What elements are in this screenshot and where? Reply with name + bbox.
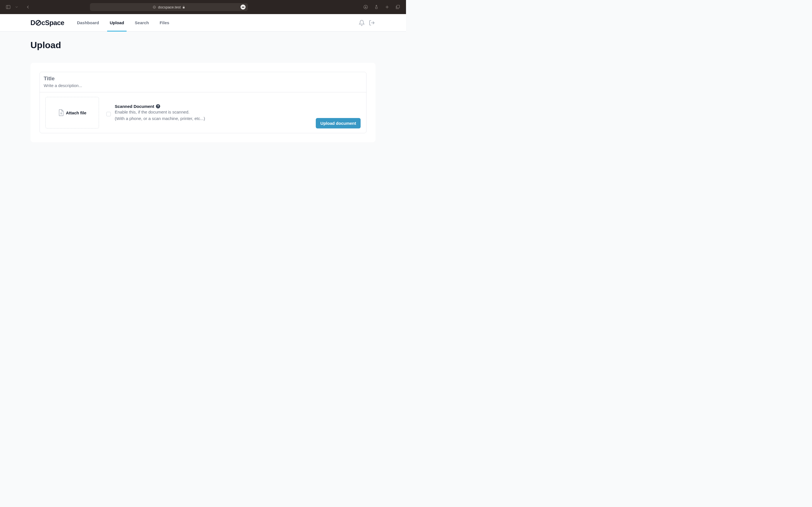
help-icon[interactable]: ? xyxy=(156,104,160,108)
nav-item-search[interactable]: Search xyxy=(130,14,154,31)
description-input[interactable] xyxy=(44,83,362,88)
nav-label: Search xyxy=(135,20,149,25)
page-content: Upload Attach file xyxy=(0,32,406,151)
nav-label: Files xyxy=(160,20,169,25)
page-title: Upload xyxy=(31,40,375,50)
scanned-title: Scanned Document ? xyxy=(115,104,205,109)
more-icon[interactable]: ••• xyxy=(241,4,246,10)
svg-rect-0 xyxy=(6,5,10,9)
logo-o-icon xyxy=(36,20,41,25)
logout-icon[interactable] xyxy=(369,20,375,26)
url-bar[interactable]: docspace.test ••• xyxy=(90,3,248,11)
tabs-icon[interactable] xyxy=(395,4,400,10)
logo[interactable]: D cSpace xyxy=(31,19,64,27)
svg-rect-11 xyxy=(397,5,400,8)
scanned-title-text: Scanned Document xyxy=(115,104,154,109)
nav-label: Upload xyxy=(110,20,124,25)
logo-text-right: cSpace xyxy=(42,19,64,27)
share-icon[interactable] xyxy=(374,4,379,10)
scanned-desc-line1: Enable this, if the document is scanned. xyxy=(115,109,205,115)
upload-document-button[interactable]: Upload document xyxy=(316,118,361,128)
main-nav: Dashboard Upload Search Files xyxy=(71,14,174,31)
lock-icon xyxy=(182,6,185,9)
nav-item-dashboard[interactable]: Dashboard xyxy=(71,14,104,31)
title-input[interactable] xyxy=(44,75,362,82)
svg-rect-5 xyxy=(183,7,185,8)
browser-chrome: docspace.test ••• xyxy=(0,0,406,14)
sidebar-toggle-icon[interactable] xyxy=(6,4,11,10)
nav-item-upload[interactable]: Upload xyxy=(104,14,130,31)
back-icon[interactable] xyxy=(26,4,31,10)
upload-card: Attach file Scanned Document ? Enable th… xyxy=(31,63,375,142)
scanned-texts: Scanned Document ? Enable this, if the d… xyxy=(115,104,205,121)
scanned-checkbox[interactable] xyxy=(106,112,111,116)
app-header: D cSpace Dashboard Upload Search Files xyxy=(0,14,406,32)
download-icon[interactable] xyxy=(363,4,368,10)
bell-icon[interactable] xyxy=(359,20,365,26)
file-dropzone[interactable]: Attach file xyxy=(45,97,99,128)
dropzone-label: Attach file xyxy=(66,110,87,115)
nav-label: Dashboard xyxy=(77,20,99,25)
browser-controls-left xyxy=(6,4,31,10)
nav-item-files[interactable]: Files xyxy=(154,14,174,31)
plus-icon[interactable] xyxy=(385,4,390,10)
browser-controls-right xyxy=(363,4,400,10)
form-bottom: Attach file Scanned Document ? Enable th… xyxy=(40,93,366,133)
globe-icon xyxy=(153,5,156,9)
logo-text-left: D xyxy=(31,19,35,27)
url-text: docspace.test xyxy=(158,5,181,9)
file-upload-icon xyxy=(58,109,64,116)
scanned-checkbox-area: Scanned Document ? Enable this, if the d… xyxy=(106,104,308,121)
scanned-desc-line2: (With a phone, or a scan machine, printe… xyxy=(115,116,205,121)
upload-form-panel: Attach file Scanned Document ? Enable th… xyxy=(40,72,366,133)
chevron-down-icon[interactable] xyxy=(15,5,18,9)
header-actions xyxy=(359,20,375,26)
form-top xyxy=(40,72,366,93)
